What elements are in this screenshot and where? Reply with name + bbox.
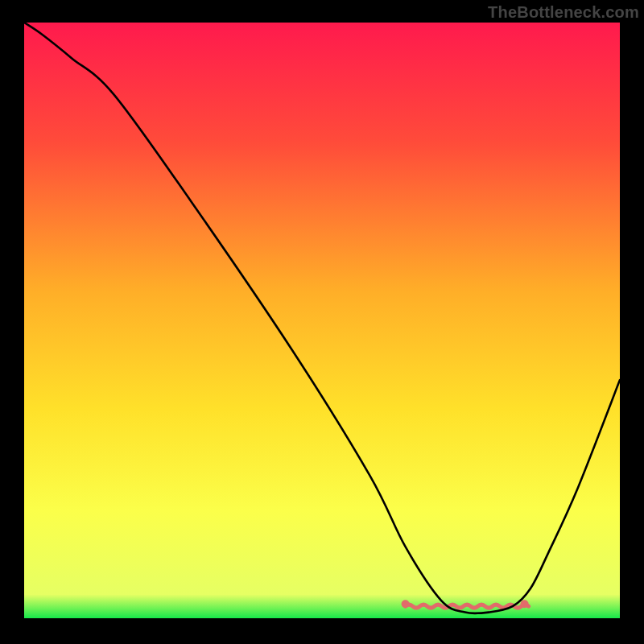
chart-container: TheBottleneck.com (0, 0, 644, 644)
watermark-text: TheBottleneck.com (488, 3, 639, 22)
flat-zone-start-dot (402, 600, 410, 608)
gradient-background (24, 23, 620, 618)
chart-svg (24, 23, 620, 618)
flat-zone-end-dot (521, 600, 529, 608)
plot-area (24, 23, 620, 618)
